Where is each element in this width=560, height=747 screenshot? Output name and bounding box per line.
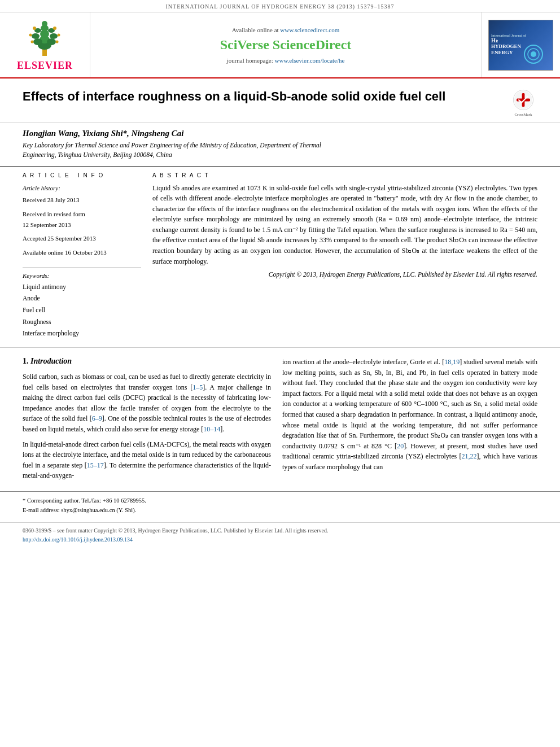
section1-number: 1. [23,357,29,365]
elsevier-tree-icon [22,18,67,58]
svg-point-17 [56,41,59,43]
journal-citation: INTERNATIONAL JOURNAL OF HYDROGEN ENERGY… [165,3,394,10]
received-revised-group: Received in revised form 12 September 20… [23,209,141,230]
keywords-title: Keywords: [23,272,141,279]
keyword-4: Roughness [23,316,141,328]
affiliation: Key Laboratory for Thermal Science and P… [23,141,537,160]
received-date1: Received 28 July 2013 [23,195,141,206]
ref-10-14[interactable]: 10–14 [203,425,220,433]
svg-rect-0 [42,49,47,56]
abstract-text: Liquid Sb anodes are examined at 1073 K … [152,183,537,267]
sciverse-section: Available online at www.sciencedirect.co… [90,12,481,77]
sciverse-brand: SciVerse ScienceDirect [220,37,352,53]
keyword-3: Fuel cell [23,304,141,316]
footer-issn: 0360-3199/$ – see front matter Copyright… [23,526,537,535]
abstract-section: A B S T R A C T Liquid Sb anodes are exa… [152,172,537,340]
journal-cover: International Journal of H₂ HYDROGEN ENE… [488,20,553,71]
article-body: A R T I C L E I N F O Article history: R… [0,166,560,340]
main-right-column: ion reaction at the anode–electrolyte in… [282,357,537,486]
history-label: Article history: [23,183,141,194]
abstract-heading: A B S T R A C T [152,172,537,178]
cover-decoration-icon [518,45,549,64]
crossmark-icon [512,89,535,111]
ref-18-19[interactable]: 18,19 [444,358,460,366]
article-title-section: Effects of interface roughness on a liqu… [0,78,560,123]
svg-point-14 [29,34,32,37]
svg-point-4 [47,38,56,45]
footer-doi: http://dx.doi.org/10.1016/j.ijhydene.201… [23,535,537,544]
intro-paragraph-1: Solid carbon, such as biomass or coal, c… [23,372,271,435]
keywords-section: Keywords: Liquid antimony Anode Fuel cel… [23,272,141,339]
crossmark-section: CrossMark [509,89,537,117]
article-history: Article history: Received 28 July 2013 R… [23,183,141,268]
footer-bar: 0360-3199/$ – see front matter Copyright… [0,522,560,548]
journal-homepage: journal homepage: www.elsevier.com/locat… [227,57,345,64]
journal-cover-section: International Journal of H₂ HYDROGEN ENE… [481,12,560,77]
ref-1-5[interactable]: 1–5 [193,383,203,391]
main-content: 1. Introduction Solid carbon, such as bi… [0,348,560,486]
svg-point-13 [53,27,56,30]
journal-header-bar: INTERNATIONAL JOURNAL OF HYDROGEN ENERGY… [0,0,560,12]
main-left-column: 1. Introduction Solid carbon, such as bi… [23,357,271,486]
svg-point-20 [531,51,536,57]
sciverse-word: SciVerse [220,37,273,52]
section1-title: 1. Introduction [23,357,271,366]
ref-21-22[interactable]: 21,22 [462,452,477,460]
article-title: Effects of interface roughness on a liqu… [23,89,504,105]
ref-15-17[interactable]: 15–17 [87,461,104,469]
corresponding-author-footnote: * Corresponding author. Tel./fax: +86 10… [23,496,537,506]
article-info-panel: A R T I C L E I N F O Article history: R… [23,172,152,340]
svg-point-12 [33,27,36,30]
keyword-5: Interface morphology [23,327,141,339]
doi-link[interactable]: http://dx.doi.org/10.1016/j.ijhydene.201… [23,536,133,543]
copyright-text: Copyright © 2013, Hydrogen Energy Public… [152,271,537,278]
accepted-date: Accepted 25 September 2013 [23,233,141,244]
available-text: Available online at www.sciencedirect.co… [232,27,340,33]
svg-point-16 [31,41,34,43]
footnote-section: * Corresponding author. Tel./fax: +86 10… [0,491,560,518]
article-info-heading: A R T I C L E I N F O [23,172,141,178]
sciverse-url-link[interactable]: www.sciencedirect.com [280,27,339,33]
intro-paragraph-2: In liquid-metal-anode direct carbon fuel… [23,439,271,481]
svg-point-15 [58,34,60,37]
elsevier-logo-section: ELSEVIER [0,12,90,77]
elsevier-brand-text: ELSEVIER [17,60,73,72]
intro-paragraph-right-1: ion reaction at the anode–electrolyte in… [282,357,537,473]
available-online-date: Available online 16 October 2013 [23,247,141,258]
ref-20[interactable]: 20 [397,442,404,450]
email-footnote: E-mail address: shyx@tsinghua.edu.cn (Y.… [23,506,537,516]
svg-point-6 [32,33,40,39]
svg-point-3 [33,38,42,45]
crossmark-label: CrossMark [514,112,532,117]
elsevier-logo: ELSEVIER [17,18,73,72]
ref-6-9[interactable]: 6–9 [92,414,102,422]
section1-title-text: Introduction [30,357,72,365]
authors-section: Hongjian Wang, Yixiang Shi*, Ningsheng C… [0,123,560,163]
svg-point-7 [50,33,58,39]
keyword-1: Liquid antimony [23,281,141,293]
homepage-url[interactable]: www.elsevier.com/locate/he [275,57,345,64]
keyword-2: Anode [23,292,141,304]
authors: Hongjian Wang, Yixiang Shi*, Ningsheng C… [23,129,537,138]
top-banner: ELSEVIER Available online at www.science… [0,12,560,78]
svg-point-11 [42,21,47,27]
sciencedirect-word: ScienceDirect [273,37,352,52]
